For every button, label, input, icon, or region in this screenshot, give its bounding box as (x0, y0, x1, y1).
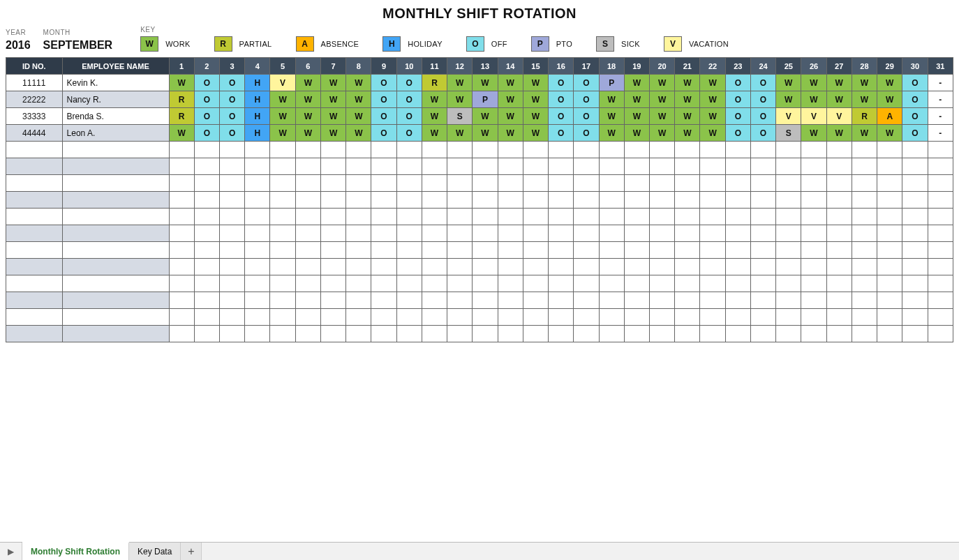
cell-day-26[interactable] (801, 326, 826, 342)
cell-day-19[interactable] (624, 158, 649, 175)
cell-name[interactable] (62, 209, 169, 225)
cell-day-24[interactable] (750, 259, 775, 275)
cell-day-7[interactable] (320, 158, 345, 175)
cell-day-10[interactable]: O (396, 125, 422, 142)
cell-day-11[interactable]: W (422, 125, 447, 142)
cell-day-31[interactable] (928, 158, 953, 175)
cell-day-25[interactable] (776, 209, 801, 225)
cell-day-31[interactable] (928, 209, 953, 225)
cell-day-23[interactable]: O (725, 108, 750, 125)
cell-day-29[interactable] (877, 209, 902, 225)
cell-day-26[interactable] (801, 309, 826, 326)
cell-day-18[interactable] (599, 209, 624, 225)
cell-day-28[interactable] (852, 242, 877, 259)
cell-day-12[interactable]: W (447, 75, 473, 91)
cell-day-29[interactable]: W (877, 125, 902, 142)
cell-day-31[interactable] (928, 259, 953, 275)
cell-day-8[interactable] (346, 292, 371, 309)
cell-day-7[interactable] (320, 209, 345, 225)
cell-day-20[interactable] (649, 175, 674, 192)
cell-day-28[interactable] (852, 142, 877, 158)
cell-day-21[interactable] (675, 259, 700, 275)
cell-day-26[interactable] (801, 225, 826, 242)
cell-day-29[interactable] (877, 158, 902, 175)
cell-day-7[interactable] (320, 259, 345, 275)
cell-day-19[interactable] (624, 259, 649, 275)
cell-day-22[interactable] (700, 242, 725, 259)
cell-day-30[interactable] (902, 209, 928, 225)
cell-day-13[interactable]: W (473, 125, 498, 142)
cell-day-29[interactable]: A (877, 108, 902, 125)
cell-day-27[interactable] (826, 275, 852, 292)
cell-day-28[interactable]: W (852, 125, 877, 142)
cell-day-15[interactable] (523, 142, 548, 158)
cell-day-7[interactable] (320, 192, 345, 209)
cell-day-12[interactable] (447, 309, 473, 326)
cell-day-23[interactable] (725, 158, 750, 175)
cell-day-17[interactable] (574, 275, 599, 292)
cell-id[interactable] (6, 259, 63, 275)
cell-day-29[interactable] (877, 292, 902, 309)
cell-day-18[interactable] (599, 242, 624, 259)
cell-day-15[interactable] (523, 292, 548, 309)
cell-day-2[interactable] (194, 142, 219, 158)
cell-day-6[interactable] (295, 309, 320, 326)
cell-day-23[interactable] (725, 259, 750, 275)
cell-id[interactable] (6, 326, 63, 342)
cell-day-16[interactable] (549, 192, 574, 209)
cell-day-23[interactable] (725, 175, 750, 192)
cell-day-28[interactable] (852, 225, 877, 242)
cell-day-14[interactable]: W (498, 108, 523, 125)
cell-day-13[interactable] (473, 158, 498, 175)
cell-day-12[interactable] (447, 225, 473, 242)
cell-day-17[interactable] (574, 259, 599, 275)
cell-day-20[interactable]: W (649, 125, 674, 142)
cell-name[interactable] (62, 225, 169, 242)
cell-day-5[interactable]: V (270, 75, 295, 91)
cell-day-19[interactable]: W (624, 75, 649, 91)
cell-day-4[interactable]: H (245, 125, 270, 142)
cell-day-25[interactable] (776, 275, 801, 292)
cell-day-8[interactable] (346, 158, 371, 175)
cell-day-29[interactable] (877, 242, 902, 259)
cell-day-9[interactable] (371, 192, 396, 209)
cell-day-26[interactable] (801, 242, 826, 259)
cell-day-5[interactable]: W (270, 108, 295, 125)
cell-day-8[interactable] (346, 259, 371, 275)
cell-day-24[interactable]: O (750, 125, 775, 142)
cell-day-15[interactable] (523, 158, 548, 175)
cell-day-8[interactable] (346, 192, 371, 209)
cell-day-3[interactable] (220, 242, 245, 259)
cell-day-28[interactable]: R (852, 108, 877, 125)
cell-day-8[interactable] (346, 309, 371, 326)
cell-day-3[interactable] (220, 175, 245, 192)
cell-day-23[interactable]: O (725, 75, 750, 91)
cell-day-27[interactable] (826, 309, 852, 326)
cell-day-24[interactable] (750, 242, 775, 259)
cell-day-21[interactable] (675, 309, 700, 326)
cell-day-15[interactable] (523, 192, 548, 209)
cell-id[interactable] (6, 158, 63, 175)
cell-day-5[interactable] (270, 209, 295, 225)
cell-day-23[interactable]: O (725, 125, 750, 142)
cell-day-22[interactable] (700, 292, 725, 309)
cell-day-28[interactable] (852, 275, 877, 292)
cell-day-25[interactable] (776, 259, 801, 275)
cell-day-10[interactable] (396, 142, 422, 158)
cell-day-31[interactable] (928, 175, 953, 192)
cell-day-11[interactable] (422, 158, 447, 175)
cell-day-15[interactable] (523, 225, 548, 242)
cell-day-23[interactable] (725, 326, 750, 342)
cell-day-7[interactable]: W (320, 91, 345, 108)
cell-day-28[interactable] (852, 259, 877, 275)
cell-day-4[interactable] (245, 242, 270, 259)
cell-day-16[interactable]: O (549, 125, 574, 142)
cell-day-4[interactable] (245, 259, 270, 275)
cell-name[interactable] (62, 309, 169, 326)
cell-day-11[interactable]: W (422, 91, 447, 108)
cell-day-12[interactable]: W (447, 91, 473, 108)
cell-day-19[interactable] (624, 192, 649, 209)
cell-day-20[interactable] (649, 309, 674, 326)
cell-day-30[interactable]: O (902, 125, 928, 142)
cell-day-4[interactable] (245, 175, 270, 192)
